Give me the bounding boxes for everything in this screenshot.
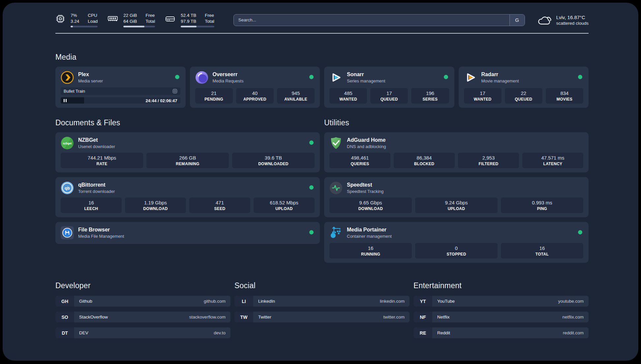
bookmark-url: dev.to: [214, 330, 226, 335]
bookmark-name: Netflix: [437, 315, 450, 319]
player-device-icon[interactable]: [172, 89, 177, 94]
developer-column: Developer GH Github github.com SO StackO…: [55, 281, 230, 343]
status-dot-online: [309, 230, 314, 234]
bookmark-reddit[interactable]: RE Reddit reddit.com: [413, 327, 589, 338]
app-subtitle: Speedtest Tracking: [347, 189, 383, 194]
disk-total-label: Total: [205, 18, 214, 24]
filebrowser-icon: [61, 226, 74, 239]
bookmark-name: YouTube: [437, 299, 455, 304]
adguard-icon: [329, 136, 343, 150]
stat-filtered: 2,953 FILTERED: [458, 153, 519, 168]
app-card-plex[interactable]: Plex Media server Bullet Train: [55, 67, 186, 108]
memory-total-label: Total: [146, 18, 155, 24]
bookmark-name: Twitter: [258, 315, 271, 319]
search-engine-button[interactable]: G: [509, 15, 525, 26]
app-card-adguard[interactable]: AdGuard Home DNS and adblocking 498,461 …: [324, 132, 589, 172]
bookmark-url: stackoverflow.com: [189, 315, 226, 319]
pause-icon[interactable]: [64, 99, 67, 102]
stat-wanted: 17 WANTED: [464, 88, 502, 104]
bookmark-youtube[interactable]: YT YouTube youtube.com: [413, 296, 589, 307]
memory-free-value: 22 GiB: [123, 13, 137, 18]
app-card-nzbget[interactable]: nzbget NZBGet Usenet downloader 744.: [55, 132, 320, 172]
dashboard-window: 7% 3.24 CPU Load: [3, 3, 638, 361]
sonarr-icon: [329, 71, 343, 84]
overseerr-icon: [195, 71, 208, 84]
memory-free-label: Free: [146, 13, 155, 18]
stat-blocked: 86,384 BLOCKED: [394, 153, 455, 168]
cpu-load-label: Load: [88, 18, 98, 24]
bookmark-twitter[interactable]: TW Twitter twitter.com: [234, 312, 410, 322]
player-progressbar[interactable]: 24:44 / 02:06:47: [61, 97, 180, 104]
app-card-speedtest[interactable]: Speedtest Speedtest Tracking 9.65 Gbps D…: [324, 177, 589, 217]
speedtest-icon: [329, 181, 343, 195]
stat-movies: 834 MOVIES: [546, 88, 583, 104]
radarr-icon: [464, 71, 477, 84]
disk-total-value: 97.9 TB: [181, 18, 196, 24]
app-subtitle: Media server: [78, 78, 103, 83]
bookmark-url: twitter.com: [383, 315, 405, 319]
app-subtitle: Usenet downloader: [78, 144, 115, 149]
disk-widget: 52.4 TB 97.9 TB Free Total: [165, 13, 214, 27]
bookmark-name: Reddit: [437, 330, 450, 335]
bookmark-name: DEV: [79, 330, 88, 335]
bookmark-name: LinkedIn: [258, 299, 275, 304]
app-name: Radarr: [481, 72, 519, 77]
bookmark-abbr: DT: [55, 327, 74, 338]
app-card-qbittorrent[interactable]: qb qBittorrent Torrent downloader 16: [55, 177, 320, 217]
documents-column: Documents & Files nzbget: [55, 118, 320, 263]
topbar: 7% 3.24 CPU Load: [55, 3, 589, 27]
bookmark-abbr: TW: [234, 312, 253, 322]
app-card-sonarr[interactable]: Sonarr Series management 485 WANTED 17 Q…: [324, 67, 454, 108]
bookmark-url: github.com: [204, 299, 226, 304]
bookmark-abbr: GH: [55, 296, 74, 307]
player-time: 24:44 / 02:06:47: [145, 98, 177, 103]
app-name: Plex: [78, 72, 103, 77]
weather-location-temp: Lviv, 16.87°C: [556, 15, 589, 20]
bookmark-abbr: LI: [234, 296, 253, 307]
weather-condition: scattered clouds: [556, 21, 589, 26]
bookmark-url: reddit.com: [563, 330, 584, 335]
bookmark-stackoverflow[interactable]: SO StackOverflow stackoverflow.com: [55, 312, 230, 322]
stat-latency: 47.571 ms LATENCY: [522, 153, 583, 168]
app-name: qBittorrent: [78, 182, 115, 188]
status-dot-online: [309, 75, 314, 79]
disk-icon: [165, 14, 175, 24]
bookmark-linkedin[interactable]: LI LinkedIn linkedin.com: [234, 296, 410, 307]
bookmark-url: linkedin.com: [380, 299, 405, 304]
cpu-widget: 7% 3.24 CPU Load: [55, 13, 98, 27]
bookmark-abbr: SO: [55, 312, 74, 322]
stat-download: 9.65 Gbps DOWNLOAD: [329, 197, 412, 213]
section-title-social: Social: [234, 281, 410, 290]
bookmark-abbr: NF: [413, 312, 432, 322]
cpu-usage-value: 7%: [71, 13, 79, 18]
app-card-overseerr[interactable]: Overseerr Media Requests 21 PENDING 40 A…: [190, 67, 320, 108]
app-name: NZBGet: [78, 137, 115, 143]
stat-download: 1.19 Gbps DOWNLOAD: [125, 197, 186, 213]
app-card-radarr[interactable]: Radarr Movie management 17 WANTED 22 QUE…: [459, 67, 589, 108]
qbittorrent-icon: qb: [61, 181, 74, 195]
stat-queued: 17 QUEUED: [370, 88, 408, 104]
app-subtitle: Media File Management: [78, 234, 124, 239]
stat-downloaded: 39.6 TB DOWNLOADED: [232, 153, 315, 168]
stat-running: 16 RUNNING: [329, 243, 412, 258]
memory-progressbar: [123, 26, 155, 27]
app-card-portainer[interactable]: Media Portainer Container management 16 …: [324, 222, 589, 263]
stat-queued: 22 QUEUED: [505, 88, 542, 104]
cpu-icon: [55, 14, 65, 24]
bookmark-github[interactable]: GH Github github.com: [55, 296, 230, 307]
search-input[interactable]: [234, 15, 509, 26]
portainer-icon: [329, 226, 343, 239]
bookmark-dev[interactable]: DT DEV dev.to: [55, 327, 230, 338]
disk-free-label: Free: [205, 13, 214, 18]
bookmark-netflix[interactable]: NF Netflix netflix.com: [413, 312, 589, 322]
stat-queries: 498,461 QUERIES: [329, 153, 390, 168]
entertainment-column: Entertainment YT YouTube youtube.com NF …: [413, 281, 589, 343]
cpu-load-value: 3.24: [71, 18, 79, 24]
bookmark-abbr: RE: [413, 327, 432, 338]
stat-upload: 618.52 Mbps UPLOAD: [254, 197, 315, 213]
stat-rate: 744.21 Mbps RATE: [61, 153, 143, 168]
section-title-developer: Developer: [55, 281, 230, 290]
app-card-filebrowser[interactable]: File Browser Media File Management: [55, 222, 320, 244]
weather-widget: Lviv, 16.87°C scattered clouds: [537, 14, 589, 26]
stat-approved: 40 APPROVED: [236, 88, 274, 104]
